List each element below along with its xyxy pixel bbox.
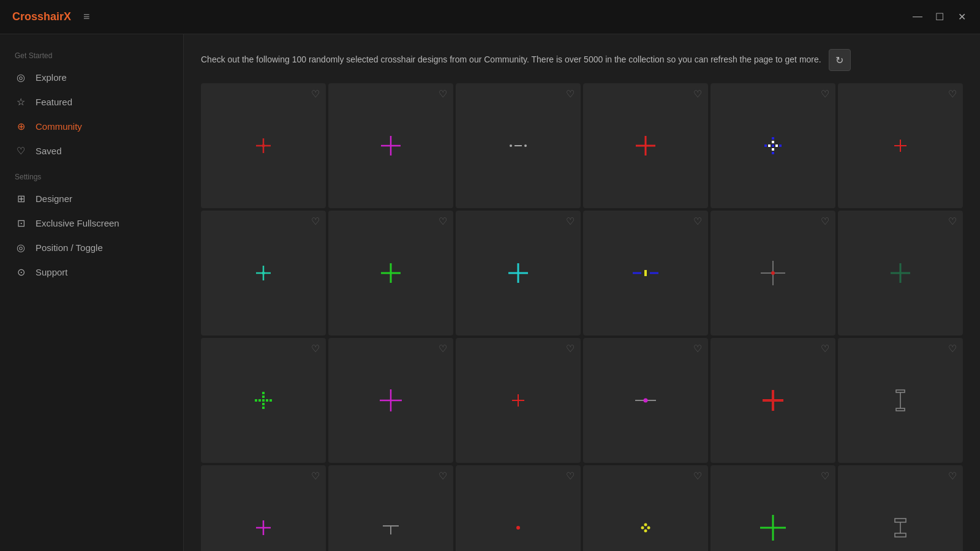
crosshair-card-15[interactable]: ♡ bbox=[456, 338, 581, 463]
crosshair-svg-23 bbox=[758, 512, 788, 543]
svg-rect-14 bbox=[772, 144, 774, 147]
crosshair-card-6[interactable]: ♡ bbox=[838, 83, 963, 208]
heart-button-7[interactable]: ♡ bbox=[311, 216, 320, 227]
svg-rect-44 bbox=[262, 407, 265, 409]
svg-point-64 bbox=[644, 523, 647, 527]
intro-text: Check out the following 100 randomly sel… bbox=[201, 49, 875, 71]
crosshair-card-3[interactable]: ♡ bbox=[456, 83, 581, 208]
heart-button-21[interactable]: ♡ bbox=[566, 470, 575, 482]
crosshair-card-19[interactable]: ♡ bbox=[201, 465, 326, 551]
crosshair-svg-1 bbox=[251, 133, 276, 158]
crosshair-card-16[interactable]: ♡ bbox=[583, 338, 708, 463]
heart-button-13[interactable]: ♡ bbox=[311, 343, 320, 354]
heart-button-17[interactable]: ♡ bbox=[821, 343, 829, 354]
sidebar-item-support[interactable]: ⊙ Support bbox=[0, 260, 183, 284]
heart-button-23[interactable]: ♡ bbox=[821, 470, 829, 482]
heart-button-2[interactable]: ♡ bbox=[439, 88, 447, 100]
crosshair-card-7[interactable]: ♡ bbox=[201, 211, 326, 335]
svg-rect-56 bbox=[896, 408, 905, 411]
sidebar-item-saved[interactable]: ♡ Saved bbox=[0, 138, 183, 163]
crosshair-card-22[interactable]: ♡ bbox=[583, 465, 708, 551]
svg-rect-17 bbox=[772, 148, 774, 151]
svg-rect-23 bbox=[262, 272, 265, 274]
svg-rect-43 bbox=[262, 403, 265, 405]
refresh-button[interactable]: ↻ bbox=[829, 49, 851, 71]
maximize-button[interactable]: ☐ bbox=[933, 11, 946, 23]
heart-button-19[interactable]: ♡ bbox=[311, 470, 320, 482]
crosshair-card-18[interactable]: ♡ bbox=[838, 338, 963, 463]
heart-button-22[interactable]: ♡ bbox=[693, 470, 702, 482]
heart-button-18[interactable]: ♡ bbox=[948, 343, 957, 354]
heart-button-3[interactable]: ♡ bbox=[566, 88, 575, 100]
sidebar-label-exclusive-fullscreen: Exclusive Fullscreen bbox=[36, 218, 119, 228]
crosshair-card-1[interactable]: ♡ bbox=[201, 83, 326, 208]
heart-button-9[interactable]: ♡ bbox=[566, 216, 575, 227]
crosshair-card-9[interactable]: ♡ bbox=[456, 211, 581, 335]
crosshair-svg-7 bbox=[251, 261, 276, 285]
crosshair-card-2[interactable]: ♡ bbox=[328, 83, 453, 208]
heart-button-24[interactable]: ♡ bbox=[948, 470, 957, 482]
crosshair-card-4[interactable]: ♡ bbox=[583, 83, 708, 208]
crosshair-svg-12 bbox=[887, 260, 914, 287]
crosshair-card-21[interactable]: ♡ bbox=[456, 465, 581, 551]
crosshair-svg-5 bbox=[760, 132, 786, 159]
heart-button-10[interactable]: ♡ bbox=[693, 216, 702, 227]
crosshair-svg-20 bbox=[375, 512, 406, 543]
heart-button-11[interactable]: ♡ bbox=[821, 216, 829, 227]
saved-icon: ♡ bbox=[15, 144, 27, 157]
crosshair-card-10[interactable]: ♡ bbox=[583, 211, 708, 335]
sidebar-item-featured[interactable]: ☆ Featured bbox=[0, 89, 183, 114]
crosshair-card-13[interactable]: ♡ bbox=[201, 338, 326, 463]
crosshair-card-14[interactable]: ♡ bbox=[328, 338, 453, 463]
hamburger-menu[interactable]: ≡ bbox=[83, 10, 91, 23]
sidebar-item-community[interactable]: ⊕ Community bbox=[0, 114, 183, 138]
crosshair-svg-24 bbox=[885, 512, 916, 543]
crosshair-svg-4 bbox=[632, 132, 659, 159]
heart-button-16[interactable]: ♡ bbox=[693, 343, 702, 354]
crosshair-svg-2 bbox=[377, 132, 404, 159]
get-started-label: Get Started bbox=[0, 51, 183, 60]
heart-button-4[interactable]: ♡ bbox=[693, 88, 702, 100]
heart-button-12[interactable]: ♡ bbox=[948, 216, 957, 227]
svg-rect-11 bbox=[772, 141, 774, 143]
heart-button-6[interactable]: ♡ bbox=[948, 88, 957, 100]
heart-button-8[interactable]: ♡ bbox=[439, 216, 447, 227]
crosshair-svg-6 bbox=[888, 133, 913, 158]
sidebar-label-explore: Explore bbox=[36, 72, 67, 83]
fullscreen-icon: ⊡ bbox=[15, 217, 27, 229]
svg-rect-15 bbox=[775, 144, 778, 147]
heart-button-20[interactable]: ♡ bbox=[439, 470, 447, 482]
crosshair-svg-9 bbox=[505, 260, 532, 287]
explore-icon: ◎ bbox=[15, 71, 27, 83]
designer-icon: ⊞ bbox=[15, 192, 27, 204]
sidebar-item-position-toggle[interactable]: ◎ Position / Toggle bbox=[0, 235, 183, 260]
window-controls: — ☐ ✕ bbox=[911, 11, 968, 23]
app-title-accent: X bbox=[64, 10, 71, 23]
crosshair-card-23[interactable]: ♡ bbox=[710, 465, 835, 551]
sidebar-item-explore[interactable]: ◎ Explore bbox=[0, 65, 183, 89]
sidebar-item-exclusive-fullscreen[interactable]: ⊡ Exclusive Fullscreen bbox=[0, 211, 183, 235]
crosshair-card-12[interactable]: ♡ bbox=[838, 211, 963, 335]
close-button[interactable]: ✕ bbox=[956, 11, 968, 23]
heart-button-15[interactable]: ♡ bbox=[566, 343, 575, 354]
sidebar-label-saved: Saved bbox=[36, 146, 62, 156]
heart-button-1[interactable]: ♡ bbox=[311, 88, 320, 100]
crosshair-card-20[interactable]: ♡ bbox=[328, 465, 453, 551]
crosshair-card-5[interactable]: ♡ bbox=[710, 83, 835, 208]
crosshair-svg-19 bbox=[251, 515, 276, 540]
crosshair-card-17[interactable]: ♡ bbox=[710, 338, 835, 463]
heart-button-14[interactable]: ♡ bbox=[439, 343, 447, 354]
crosshair-card-24[interactable]: ♡ bbox=[838, 465, 963, 551]
community-icon: ⊕ bbox=[15, 120, 27, 132]
crosshair-card-8[interactable]: ♡ bbox=[328, 211, 453, 335]
crosshair-svg-10 bbox=[630, 258, 661, 288]
svg-point-62 bbox=[516, 526, 520, 530]
heart-button-5[interactable]: ♡ bbox=[821, 88, 829, 100]
crosshair-svg-3 bbox=[506, 140, 530, 152]
main-layout: Get Started ◎ Explore ☆ Featured ⊕ Commu… bbox=[0, 34, 980, 551]
svg-rect-36 bbox=[262, 392, 265, 394]
sidebar-item-designer[interactable]: ⊞ Designer bbox=[0, 186, 183, 211]
crosshair-card-11[interactable]: ♡ bbox=[710, 211, 835, 335]
minimize-button[interactable]: — bbox=[911, 11, 924, 23]
title-bar: CrosshairX ≡ — ☐ ✕ bbox=[0, 0, 980, 34]
